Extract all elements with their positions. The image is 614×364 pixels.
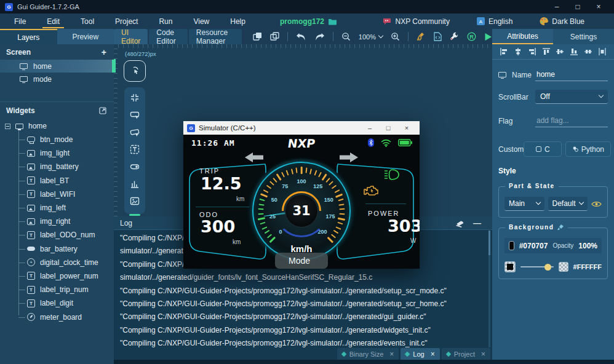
screen-item[interactable]: mode (0, 73, 114, 85)
image-widget-icon[interactable] (130, 196, 140, 206)
gradient-start-swatch[interactable] (504, 261, 516, 272)
menu-item[interactable]: File (4, 14, 36, 29)
left-panel-tab[interactable]: Preview (57, 29, 114, 44)
close-icon[interactable]: × (481, 350, 485, 358)
expand-panel-icon[interactable] (99, 107, 106, 114)
close-icon[interactable]: × (389, 350, 394, 358)
tree-item[interactable]: btn_mode (18, 133, 114, 146)
clean-icon[interactable] (417, 32, 426, 41)
tree-item[interactable]: img_left (18, 201, 114, 215)
bring-forward-icon[interactable] (253, 32, 262, 41)
tree-item[interactable]: label_power_num (18, 269, 114, 283)
bottom-tab[interactable]: Project × (442, 348, 490, 360)
right-panel-tab[interactable]: Settings (553, 29, 614, 44)
menu-item[interactable]: Project (105, 14, 148, 29)
custom-python-button[interactable]: Python (565, 141, 611, 157)
align-bottom-icon[interactable] (570, 47, 578, 56)
menu-item[interactable]: View (183, 14, 220, 29)
align-center-h-icon[interactable] (514, 47, 522, 56)
simulator-minimize-button[interactable]: – (361, 124, 379, 132)
align-top-icon[interactable] (542, 47, 551, 56)
editor-tab[interactable]: Resource Manager (189, 29, 242, 44)
window-minimize-button[interactable]: – (546, 2, 567, 11)
simulator-close-button[interactable]: × (397, 124, 416, 132)
tree-item[interactable]: digital_clock_time (18, 256, 114, 269)
tree-item[interactable]: img_light (18, 146, 114, 160)
distribute-h-icon[interactable] (584, 47, 592, 56)
align-middle-icon[interactable] (556, 47, 564, 56)
tree-item[interactable]: bar_battery (18, 242, 114, 256)
custom-c-button[interactable]: C (524, 141, 562, 157)
send-backward-icon[interactable] (270, 32, 279, 41)
right-panel-tab[interactable]: Attributes (492, 29, 553, 44)
switch-widget-icon[interactable] (130, 162, 140, 172)
tree-item[interactable]: img_battery (18, 160, 114, 173)
window-maximize-button[interactable]: □ (567, 2, 588, 11)
menu-item[interactable]: Tool (70, 14, 105, 29)
bottom-tab[interactable]: Binary Size × (337, 348, 399, 360)
gradient-slider-knob[interactable] (544, 264, 551, 271)
nxp-community-link[interactable]: NXP Community (369, 17, 463, 26)
chart-widget-icon[interactable] (130, 179, 140, 189)
registered-run-icon[interactable]: R (467, 32, 476, 41)
imgbtn-widget-icon[interactable] (130, 127, 140, 137)
menu-item[interactable]: Edit (36, 14, 70, 29)
close-icon[interactable]: × (431, 350, 435, 358)
tree-item[interactable]: meter_board (18, 310, 114, 323)
collapse-icon[interactable] (5, 124, 10, 129)
tree-item[interactable]: label_digit (18, 296, 114, 310)
bottom-tab[interactable]: Log × (401, 348, 439, 360)
distribute-v-icon[interactable] (598, 47, 607, 56)
build-icon[interactable] (450, 32, 459, 41)
tree-item[interactable]: label_WIFI (18, 188, 114, 201)
tree-item[interactable]: label_ODO_num (18, 228, 114, 242)
tree-root-home[interactable]: home (5, 119, 114, 133)
zoom-level[interactable]: 100% (359, 33, 383, 41)
eye-icon[interactable] (591, 200, 602, 208)
zoom-in-icon[interactable] (391, 32, 400, 41)
generate-code-icon[interactable] (434, 32, 442, 41)
play-icon[interactable] (484, 33, 492, 41)
flag-input[interactable] (535, 115, 608, 127)
gradient-end-swatch[interactable] (559, 262, 568, 272)
simulator-maximize-button[interactable]: □ (379, 124, 397, 132)
left-panel-tab[interactable]: Layers (0, 29, 57, 44)
button-widget-icon[interactable] (130, 110, 140, 120)
undo-icon[interactable] (296, 33, 306, 41)
log-scrollbar[interactable] (488, 231, 490, 347)
power-divider (365, 204, 406, 204)
state-select[interactable]: Default (548, 197, 588, 211)
name-input[interactable] (535, 69, 608, 81)
bg-color-swatch[interactable] (509, 241, 514, 250)
collapse-palette-icon[interactable] (130, 93, 140, 103)
align-left-icon[interactable] (500, 47, 508, 56)
language-selector[interactable]: A English (463, 17, 526, 26)
window-close-button[interactable]: × (588, 2, 609, 11)
tree-item[interactable]: label_BT (18, 174, 114, 188)
add-screen-button[interactable]: + (102, 49, 106, 55)
label-widget-icon[interactable] (130, 144, 140, 154)
editor-tab[interactable]: Code Editor (149, 29, 188, 44)
simulator-titlebar[interactable]: G Simulator (C/C++) – □ × (183, 121, 420, 135)
screen-item[interactable]: home (0, 60, 114, 73)
menu-item[interactable]: Help (220, 14, 256, 29)
mode-button[interactable]: Mode (275, 253, 328, 269)
tree-item-label: img_left (40, 204, 66, 212)
gradient-slider[interactable] (520, 266, 554, 267)
scrollbar-select[interactable]: Off (535, 90, 608, 104)
cursor-tool-button[interactable] (124, 60, 146, 82)
clear-log-icon[interactable] (455, 219, 464, 228)
theme-selector[interactable]: Dark Blue (526, 17, 598, 26)
menu-item[interactable]: Run (148, 14, 183, 29)
part-select[interactable]: Main (504, 197, 544, 211)
zoom-out-icon[interactable] (341, 32, 351, 41)
project-indicator[interactable]: promogg172 (280, 14, 337, 29)
scrollbar-label: ScrollBar (498, 93, 528, 101)
editor-tab[interactable]: UI Editor (114, 29, 148, 44)
redo-icon[interactable] (314, 33, 325, 41)
align-right-icon[interactable] (528, 47, 536, 56)
simulator-window[interactable]: G Simulator (C/C++) – □ × 11:26 AM NXP (183, 121, 420, 269)
tree-item[interactable]: label_trip_num (18, 283, 114, 296)
collapse-log-icon[interactable]: — (473, 220, 481, 226)
tree-item[interactable]: img_right (18, 215, 114, 228)
